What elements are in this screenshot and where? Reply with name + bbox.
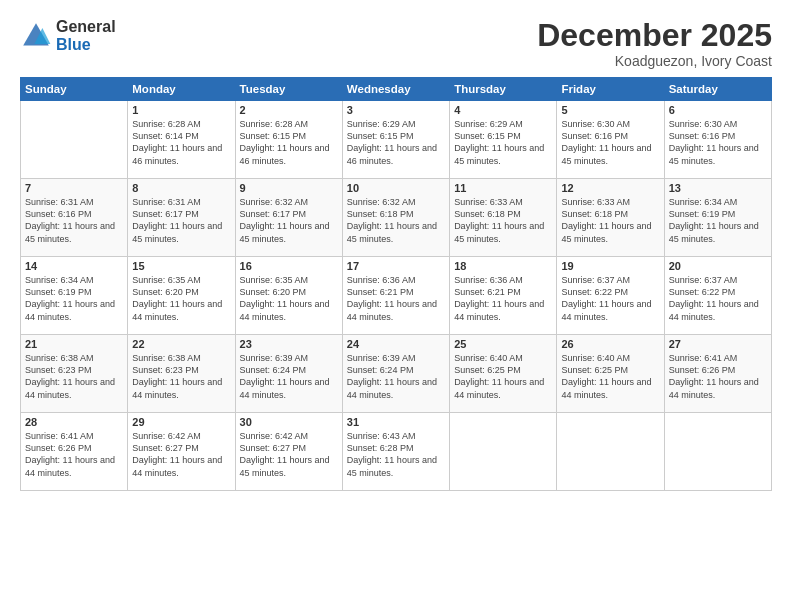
daylight: Daylight: 11 hours and 45 minutes. [669, 221, 759, 243]
col-header-wednesday: Wednesday [342, 78, 449, 101]
day-number: 27 [669, 338, 767, 350]
day-info: Sunrise: 6:42 AMSunset: 6:27 PMDaylight:… [132, 430, 230, 479]
day-number: 23 [240, 338, 338, 350]
sunrise: Sunrise: 6:29 AM [347, 119, 416, 129]
daylight: Daylight: 11 hours and 46 minutes. [347, 143, 437, 165]
calendar-cell: 12Sunrise: 6:33 AMSunset: 6:18 PMDayligh… [557, 179, 664, 257]
sunrise: Sunrise: 6:32 AM [347, 197, 416, 207]
day-info: Sunrise: 6:41 AMSunset: 6:26 PMDaylight:… [669, 352, 767, 401]
calendar-week-4: 21Sunrise: 6:38 AMSunset: 6:23 PMDayligh… [21, 335, 772, 413]
day-number: 18 [454, 260, 552, 272]
col-header-monday: Monday [128, 78, 235, 101]
daylight: Daylight: 11 hours and 44 minutes. [454, 377, 544, 399]
sunset: Sunset: 6:17 PM [132, 209, 199, 219]
sunset: Sunset: 6:20 PM [132, 287, 199, 297]
daylight: Daylight: 11 hours and 46 minutes. [132, 143, 222, 165]
sunset: Sunset: 6:14 PM [132, 131, 199, 141]
sunrise: Sunrise: 6:28 AM [240, 119, 309, 129]
sunset: Sunset: 6:19 PM [669, 209, 736, 219]
daylight: Daylight: 11 hours and 44 minutes. [561, 299, 651, 321]
sunrise: Sunrise: 6:35 AM [132, 275, 201, 285]
col-header-tuesday: Tuesday [235, 78, 342, 101]
daylight: Daylight: 11 hours and 45 minutes. [240, 221, 330, 243]
sunrise: Sunrise: 6:42 AM [240, 431, 309, 441]
day-number: 24 [347, 338, 445, 350]
sunset: Sunset: 6:25 PM [454, 365, 521, 375]
calendar-cell: 21Sunrise: 6:38 AMSunset: 6:23 PMDayligh… [21, 335, 128, 413]
sunrise: Sunrise: 6:35 AM [240, 275, 309, 285]
sunset: Sunset: 6:15 PM [454, 131, 521, 141]
calendar-cell: 2Sunrise: 6:28 AMSunset: 6:15 PMDaylight… [235, 101, 342, 179]
day-number: 19 [561, 260, 659, 272]
day-info: Sunrise: 6:33 AMSunset: 6:18 PMDaylight:… [561, 196, 659, 245]
day-number: 29 [132, 416, 230, 428]
calendar-cell [450, 413, 557, 491]
day-number: 25 [454, 338, 552, 350]
day-info: Sunrise: 6:39 AMSunset: 6:24 PMDaylight:… [240, 352, 338, 401]
day-info: Sunrise: 6:35 AMSunset: 6:20 PMDaylight:… [240, 274, 338, 323]
daylight: Daylight: 11 hours and 44 minutes. [25, 299, 115, 321]
col-header-sunday: Sunday [21, 78, 128, 101]
day-info: Sunrise: 6:37 AMSunset: 6:22 PMDaylight:… [561, 274, 659, 323]
daylight: Daylight: 11 hours and 45 minutes. [669, 143, 759, 165]
calendar-cell: 31Sunrise: 6:43 AMSunset: 6:28 PMDayligh… [342, 413, 449, 491]
calendar-week-1: 1Sunrise: 6:28 AMSunset: 6:14 PMDaylight… [21, 101, 772, 179]
sunrise: Sunrise: 6:38 AM [132, 353, 201, 363]
daylight: Daylight: 11 hours and 44 minutes. [669, 377, 759, 399]
calendar-cell: 6Sunrise: 6:30 AMSunset: 6:16 PMDaylight… [664, 101, 771, 179]
calendar-cell: 16Sunrise: 6:35 AMSunset: 6:20 PMDayligh… [235, 257, 342, 335]
logo-general: General [56, 18, 116, 36]
col-header-saturday: Saturday [664, 78, 771, 101]
day-number: 5 [561, 104, 659, 116]
calendar-cell: 10Sunrise: 6:32 AMSunset: 6:18 PMDayligh… [342, 179, 449, 257]
daylight: Daylight: 11 hours and 44 minutes. [561, 377, 651, 399]
sunset: Sunset: 6:20 PM [240, 287, 307, 297]
sunrise: Sunrise: 6:41 AM [25, 431, 94, 441]
sunrise: Sunrise: 6:43 AM [347, 431, 416, 441]
sunset: Sunset: 6:22 PM [561, 287, 628, 297]
day-info: Sunrise: 6:36 AMSunset: 6:21 PMDaylight:… [347, 274, 445, 323]
daylight: Daylight: 11 hours and 44 minutes. [454, 299, 544, 321]
sunrise: Sunrise: 6:40 AM [454, 353, 523, 363]
day-info: Sunrise: 6:31 AMSunset: 6:17 PMDaylight:… [132, 196, 230, 245]
calendar-cell: 30Sunrise: 6:42 AMSunset: 6:27 PMDayligh… [235, 413, 342, 491]
sunset: Sunset: 6:25 PM [561, 365, 628, 375]
sunrise: Sunrise: 6:33 AM [561, 197, 630, 207]
logo: General Blue [20, 18, 116, 53]
calendar-cell: 22Sunrise: 6:38 AMSunset: 6:23 PMDayligh… [128, 335, 235, 413]
calendar-cell: 28Sunrise: 6:41 AMSunset: 6:26 PMDayligh… [21, 413, 128, 491]
day-info: Sunrise: 6:41 AMSunset: 6:26 PMDaylight:… [25, 430, 123, 479]
day-number: 3 [347, 104, 445, 116]
calendar-cell: 13Sunrise: 6:34 AMSunset: 6:19 PMDayligh… [664, 179, 771, 257]
sunset: Sunset: 6:23 PM [25, 365, 92, 375]
calendar-cell [664, 413, 771, 491]
daylight: Daylight: 11 hours and 44 minutes. [347, 377, 437, 399]
sunset: Sunset: 6:16 PM [561, 131, 628, 141]
sunrise: Sunrise: 6:38 AM [25, 353, 94, 363]
calendar-table: SundayMondayTuesdayWednesdayThursdayFrid… [20, 77, 772, 491]
day-number: 28 [25, 416, 123, 428]
day-info: Sunrise: 6:42 AMSunset: 6:27 PMDaylight:… [240, 430, 338, 479]
calendar-cell: 11Sunrise: 6:33 AMSunset: 6:18 PMDayligh… [450, 179, 557, 257]
sunrise: Sunrise: 6:40 AM [561, 353, 630, 363]
day-info: Sunrise: 6:33 AMSunset: 6:18 PMDaylight:… [454, 196, 552, 245]
sunrise: Sunrise: 6:28 AM [132, 119, 201, 129]
day-number: 31 [347, 416, 445, 428]
day-number: 9 [240, 182, 338, 194]
sunrise: Sunrise: 6:30 AM [669, 119, 738, 129]
day-number: 2 [240, 104, 338, 116]
calendar-cell: 25Sunrise: 6:40 AMSunset: 6:25 PMDayligh… [450, 335, 557, 413]
calendar-cell: 15Sunrise: 6:35 AMSunset: 6:20 PMDayligh… [128, 257, 235, 335]
calendar-cell: 27Sunrise: 6:41 AMSunset: 6:26 PMDayligh… [664, 335, 771, 413]
calendar-cell: 5Sunrise: 6:30 AMSunset: 6:16 PMDaylight… [557, 101, 664, 179]
daylight: Daylight: 11 hours and 46 minutes. [240, 143, 330, 165]
sunset: Sunset: 6:24 PM [240, 365, 307, 375]
day-info: Sunrise: 6:39 AMSunset: 6:24 PMDaylight:… [347, 352, 445, 401]
sunset: Sunset: 6:17 PM [240, 209, 307, 219]
header-row: SundayMondayTuesdayWednesdayThursdayFrid… [21, 78, 772, 101]
daylight: Daylight: 11 hours and 45 minutes. [561, 143, 651, 165]
calendar-cell: 9Sunrise: 6:32 AMSunset: 6:17 PMDaylight… [235, 179, 342, 257]
day-info: Sunrise: 6:34 AMSunset: 6:19 PMDaylight:… [669, 196, 767, 245]
sunrise: Sunrise: 6:36 AM [454, 275, 523, 285]
daylight: Daylight: 11 hours and 45 minutes. [454, 143, 544, 165]
